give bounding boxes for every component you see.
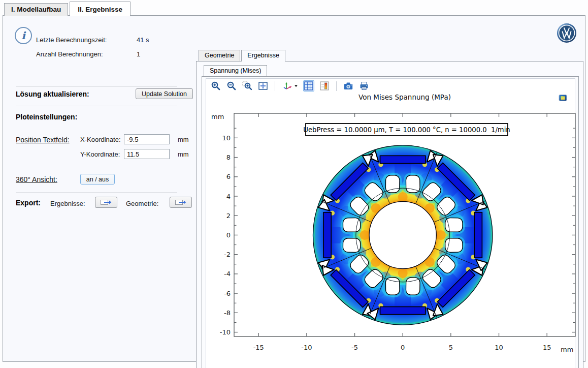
divider [16,86,177,87]
grid-icon[interactable] [303,80,314,91]
tab-spannung-mises[interactable]: Spannung (Mises) [204,65,267,76]
position-textfeld-link[interactable]: Position Textfeld: [16,136,70,144]
export-results-button[interactable] [95,197,117,208]
y-axis-unit: mm [211,113,224,120]
annotation-text: UebPress = 10.0000 μm, T = 100.000 °C, n… [303,126,510,134]
svg-text:-15: -15 [253,344,264,351]
svg-text:5: 5 [449,344,453,351]
svg-text:4: 4 [226,193,231,200]
svg-text:10: 10 [222,134,231,142]
app-window: I. Modellaufbau II. Ergebnisse i Letzte … [0,0,588,368]
tab-geometrie[interactable]: Geometrie [199,50,240,61]
main-panel: i Letzte Berechnungszeit: 41 s Anzahl Be… [3,15,585,362]
svg-text:8: 8 [226,154,231,161]
tab-modellaufbau[interactable]: I. Modellaufbau [4,3,68,16]
svg-text:-10: -10 [220,328,231,336]
computation-count-value: 1 [137,50,149,58]
tab-ergebnisse-plot[interactable]: Ergebnisse [241,50,285,62]
main-tab-bar: I. Modellaufbau II. Ergebnisse [4,2,132,16]
x-coordinate-input[interactable] [124,134,170,144]
plot-title-row: Von Mises Spannung (MPa) [206,93,575,105]
divider [16,192,177,193]
plot-panel: Von Mises Spannung (MPa) [202,76,579,368]
toolbar-separator [275,81,275,91]
graphics-window: Von Mises Spannung (MPa) [206,78,575,368]
svg-text:-6: -6 [224,290,231,297]
rotor-fem-plot [313,145,493,325]
y-coordinate-label: Y-Koordinate: [80,150,120,158]
zoom-in-icon[interactable] [210,80,221,91]
view-360-link[interactable]: 360° Ansicht: [16,175,57,183]
svg-text:15: 15 [543,344,551,351]
svg-text:0: 0 [401,344,405,351]
svg-text:-5: -5 [351,344,358,351]
svg-text:-10: -10 [301,344,312,351]
export-geometry-button[interactable] [170,197,192,208]
results-area: Geometrie Ergebnisse Spannung (Mises) [196,50,586,368]
plot-canvas[interactable]: -15-10-50510151086420-2-4-6-8-10 mm mm U… [206,105,577,354]
results-tab-bar: Geometrie Ergebnisse [199,50,586,61]
computation-count-label: Anzahl Berechnungen: [36,50,137,58]
export-results-label: Ergebnisse: [50,200,85,207]
svg-text:-4: -4 [224,270,231,278]
view-360-toggle-button[interactable]: an / aus [80,174,115,185]
y-coordinate-input[interactable] [124,149,170,159]
info-block: Letzte Berechnungszeit: 41 s Anzahl Bere… [36,36,149,58]
plot-group-icon[interactable] [559,94,568,104]
go-to-default-view-icon[interactable] [281,80,299,91]
info-icon: i [15,27,32,44]
zoom-out-icon[interactable] [226,80,237,91]
x-axis-unit: mm [561,346,573,353]
last-computation-value: 41 s [137,36,149,44]
export-icon [100,199,112,206]
snapshot-icon[interactable] [343,80,354,91]
x-coordinate-label: X-Koordinate: [80,136,121,143]
color-legend-icon[interactable] [319,80,330,91]
export-icon [175,199,187,206]
toolbar-separator [336,81,337,91]
update-solution-label: Lösung aktualisieren: [16,90,89,98]
export-heading: Export: [16,199,41,207]
y-unit-label: mm [178,150,189,158]
zoom-box-icon[interactable] [242,80,253,91]
tab-ergebnisse[interactable]: II. Ergebnisse [70,2,130,16]
svg-text:10: 10 [495,344,503,351]
svg-text:2: 2 [226,212,231,220]
plot-title: Von Mises Spannung (MPa) [234,93,575,101]
x-unit-label: mm [178,136,189,143]
svg-text:6: 6 [226,173,231,180]
results-panel: Spannung (Mises) [196,61,583,368]
vw-logo [557,23,577,45]
divider [16,106,177,106]
graphics-toolbar [206,79,575,93]
zoom-extents-icon[interactable] [257,80,269,91]
print-icon[interactable] [358,80,370,91]
plot-settings-heading: Ploteinstellungen: [16,113,77,121]
last-computation-label: Letzte Berechnungszeit: [36,36,137,44]
svg-text:-2: -2 [224,251,231,258]
svg-text:-8: -8 [224,309,231,317]
update-solution-button[interactable]: Update Solution [136,88,193,99]
export-geometry-label: Geometrie: [126,200,158,207]
svg-text:0: 0 [226,231,231,239]
